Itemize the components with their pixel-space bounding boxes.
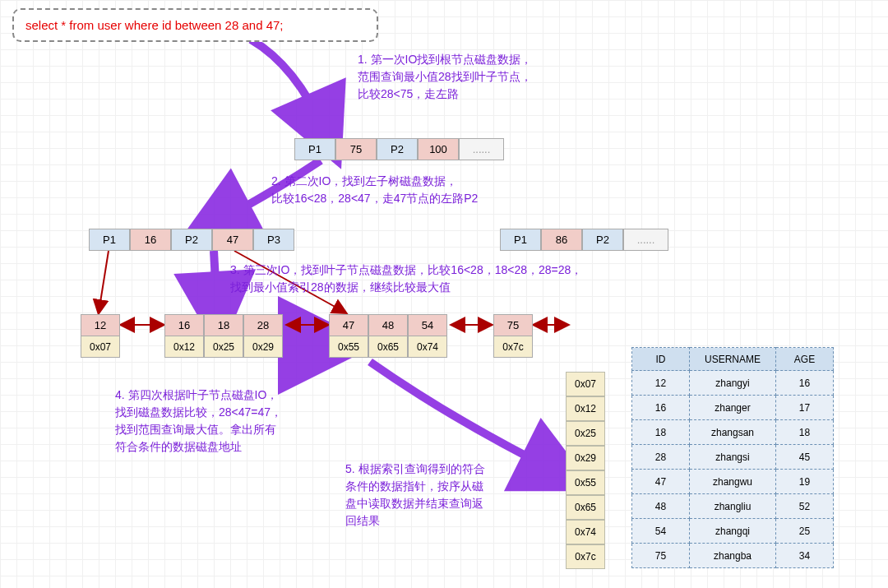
leaf1-addr-0x25: 0x25 bbox=[204, 336, 243, 358]
leaf1-key-28: 28 bbox=[243, 314, 283, 336]
leaf-2: 47 48 54 0x55 0x65 0x74 bbox=[329, 314, 447, 358]
addr-5: 0x65 bbox=[566, 495, 605, 520]
leaf2-addr-0x65: 0x65 bbox=[368, 336, 408, 358]
leaf1-key-16: 16 bbox=[164, 314, 204, 336]
leaf3-key-75: 75 bbox=[493, 314, 533, 336]
leaf-1: 16 18 28 0x12 0x25 0x29 bbox=[164, 314, 283, 358]
table-body: 12zhangyi16 16zhanger17 18zhangsan18 28z… bbox=[632, 371, 834, 568]
root-p2: P2 bbox=[377, 138, 418, 160]
addr-4: 0x55 bbox=[566, 470, 605, 495]
table-row: 75zhangba34 bbox=[632, 544, 834, 568]
level2-right-node: P1 86 P2 ...... bbox=[500, 229, 668, 251]
l2l-key-47: 47 bbox=[212, 229, 253, 251]
table-header-row: ID USERNAME AGE bbox=[632, 348, 834, 371]
svg-line-0 bbox=[99, 251, 109, 313]
level2-left-node: P1 16 P2 47 P3 bbox=[89, 229, 294, 251]
addr-1: 0x12 bbox=[566, 396, 605, 421]
leaf2-key-54: 54 bbox=[408, 314, 447, 336]
leaf0-addr-0x07: 0x07 bbox=[81, 336, 120, 358]
leaf2-key-47: 47 bbox=[329, 314, 368, 336]
addr-0: 0x07 bbox=[566, 372, 605, 396]
leaf2-key-48: 48 bbox=[368, 314, 408, 336]
l2r-ellipsis: ...... bbox=[623, 229, 668, 251]
table-row: 48zhangliu52 bbox=[632, 494, 834, 519]
header-username: USERNAME bbox=[690, 348, 776, 371]
note-step-5: 5. 根据索引查询得到的符合条件的数据指针，按序从磁盘中读取数据并结束查询返回结… bbox=[345, 461, 551, 530]
leaf1-key-18: 18 bbox=[204, 314, 243, 336]
leaf1-addr-0x29: 0x29 bbox=[243, 336, 283, 358]
note-step-2: 2. 第二次IO，找到左子树磁盘数据，比较16<28，28<47，走47节点的左… bbox=[271, 173, 584, 207]
l2l-p2: P2 bbox=[171, 229, 212, 251]
header-age: AGE bbox=[776, 348, 834, 371]
note-step-3: 3. 第三次IO，找到叶子节点磁盘数据，比较16<28，18<28，28=28，… bbox=[230, 262, 691, 296]
note-step-4: 4. 第四次根据叶子节点磁盘IO，找到磁盘数据比较，28<47=47，找到范围查… bbox=[115, 387, 337, 456]
root-p1: P1 bbox=[294, 138, 335, 160]
l2r-p1: P1 bbox=[500, 229, 541, 251]
l2r-p2: P2 bbox=[582, 229, 623, 251]
root-key-100: 100 bbox=[418, 138, 459, 160]
leaf3-addr-0x7c: 0x7c bbox=[493, 336, 533, 358]
l2l-key-16: 16 bbox=[130, 229, 171, 251]
user-data-table: ID USERNAME AGE 12zhangyi16 16zhanger17 … bbox=[631, 347, 834, 568]
table-row: 12zhangyi16 bbox=[632, 371, 834, 396]
note-step-1: 1. 第一次IO找到根节点磁盘数据，范围查询最小值28找到叶子节点，比较28<7… bbox=[358, 51, 604, 103]
diagram-canvas: select * from user where id between 28 a… bbox=[0, 0, 888, 588]
table-row: 28zhangsi45 bbox=[632, 445, 834, 470]
addr-6: 0x74 bbox=[566, 520, 605, 544]
root-ellipsis: ...... bbox=[459, 138, 504, 160]
addr-7: 0x7c bbox=[566, 544, 605, 569]
root-key-75: 75 bbox=[335, 138, 377, 160]
table-row: 54zhangqi25 bbox=[632, 519, 834, 544]
table-row: 18zhangsan18 bbox=[632, 420, 834, 445]
leaf-3: 75 0x7c bbox=[493, 314, 533, 358]
table-row: 47zhangwu19 bbox=[632, 470, 834, 494]
leaf2-addr-0x55: 0x55 bbox=[329, 336, 368, 358]
sql-query-box: select * from user where id between 28 a… bbox=[12, 8, 378, 42]
leaf-0: 12 0x07 bbox=[81, 314, 120, 358]
leaf2-addr-0x74: 0x74 bbox=[408, 336, 447, 358]
l2l-p3: P3 bbox=[253, 229, 294, 251]
table-row: 16zhanger17 bbox=[632, 396, 834, 420]
addr-3: 0x29 bbox=[566, 446, 605, 470]
l2r-key-86: 86 bbox=[541, 229, 582, 251]
address-column: 0x07 0x12 0x25 0x29 0x55 0x65 0x74 0x7c bbox=[566, 372, 605, 569]
root-node: P1 75 P2 100 ...... bbox=[294, 138, 504, 160]
header-id: ID bbox=[632, 348, 690, 371]
addr-2: 0x25 bbox=[566, 421, 605, 446]
sql-text: select * from user where id between 28 a… bbox=[25, 18, 284, 32]
leaf1-addr-0x12: 0x12 bbox=[164, 336, 204, 358]
leaf0-key-12: 12 bbox=[81, 314, 120, 336]
l2l-p1: P1 bbox=[89, 229, 130, 251]
